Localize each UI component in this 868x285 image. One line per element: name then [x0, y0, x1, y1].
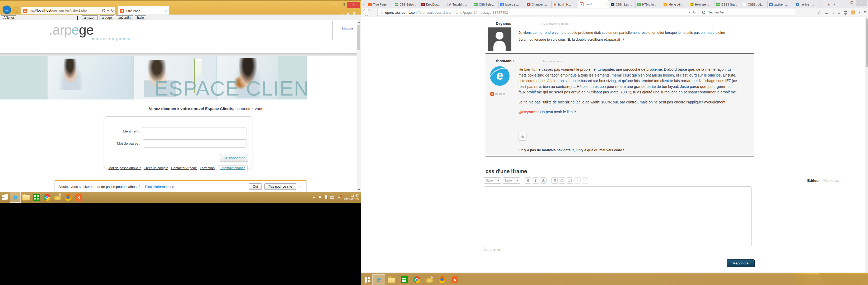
text-color-button[interactable]: A: [540, 177, 547, 184]
browser-tab[interactable]: :active - ...: [794, 1, 820, 8]
browser-tab[interactable]: html - H...: [552, 1, 578, 8]
login-footer-link[interactable]: Mot de passe oublié ?: [108, 166, 141, 170]
login-footer-link[interactable]: Formation: [200, 166, 215, 170]
restore-button[interactable]: ❐: [848, 0, 856, 6]
new-tab-button[interactable]: +: [825, 1, 832, 8]
link-button[interactable]: [559, 177, 565, 184]
browser-tab[interactable]: CSS3 : dé...: [741, 1, 768, 8]
close-tab-icon[interactable]: [164, 9, 167, 13]
login-footer-link[interactable]: Télémaintenance: [218, 165, 248, 171]
login-footer-link[interactable]: Contacter Arpège: [171, 166, 197, 170]
forward-button[interactable]: →: [371, 10, 375, 14]
tab-scroll-right-icon[interactable]: ›: [820, 1, 825, 8]
search-box[interactable]: [700, 9, 795, 16]
taskbar-chrome-button[interactable]: [42, 192, 52, 203]
upvote-thumb-button[interactable]: [519, 133, 526, 141]
back-button[interactable]: ←: [363, 9, 370, 16]
browser-tab[interactable]: css d'...: [578, 0, 609, 8]
italic-button[interactable]: I: [532, 177, 539, 184]
taskbar-xampp-button[interactable]: [448, 275, 461, 285]
browser-tab[interactable]: Changer l...: [525, 1, 552, 8]
refresh-icon[interactable]: ↻: [111, 8, 114, 13]
favorite-link-button[interactable]: auJardin: [116, 15, 133, 20]
menu-hamburger-icon[interactable]: ≡: [864, 9, 866, 16]
reply-textarea[interactable]: [484, 186, 751, 247]
reload-icon[interactable]: ↻: [693, 10, 696, 14]
se-connecter-button[interactable]: Se connecter: [220, 154, 248, 162]
tab-scroll-left-icon[interactable]: ‹: [361, 1, 367, 8]
taskbar-store-button[interactable]: [398, 275, 410, 285]
notification-close-icon[interactable]: [300, 184, 302, 189]
view-html-link[interactable]: Voir le HTML: [484, 249, 501, 252]
browser-tab[interactable]: CSS3 Gra...: [715, 1, 741, 8]
action-center-flag-icon[interactable]: [318, 195, 322, 200]
post-author[interactable]: rhooManu: [496, 59, 514, 63]
page-scrollbar[interactable]: [356, 20, 361, 192]
taskbar-chrome-button[interactable]: [410, 275, 423, 285]
browser-tab[interactable]: Tutoriel : ...: [446, 1, 472, 8]
hello-chat-icon[interactable]: [844, 11, 847, 14]
taskbar-xampp-button[interactable]: [73, 192, 84, 203]
close-button[interactable]: ×: [347, 2, 360, 8]
tab-close-icon[interactable]: [606, 2, 607, 6]
browser-tab[interactable]: jquery su...: [499, 1, 525, 8]
emoji-button[interactable]: [582, 177, 588, 184]
mode-markdown[interactable]: Markdown: [824, 178, 840, 183]
code-button[interactable]: [574, 177, 581, 184]
pas-pour-ce-site-button[interactable]: Pas pour ce site: [265, 183, 296, 190]
bold-button[interactable]: G: [525, 177, 531, 184]
mention-link[interactable]: @Deyanos:: [519, 110, 539, 114]
scrollbar-thumb[interactable]: [866, 19, 868, 67]
taskbar-explorer-button[interactable]: [385, 275, 398, 285]
scroll-down-icon[interactable]: [358, 189, 360, 190]
history-caret-icon[interactable]: [689, 12, 691, 13]
forward-button[interactable]: →: [13, 7, 19, 13]
clock[interactable]: 13:47 29/05/2015: [343, 194, 359, 201]
size-select[interactable]: Taille: [503, 177, 520, 184]
taskbar-store-button[interactable]: [31, 192, 42, 203]
scrollbar-thumb[interactable]: [358, 25, 360, 50]
account-avatar-icon[interactable]: [851, 10, 855, 14]
browser-tab[interactable]: CSS : Les ...: [609, 1, 636, 8]
more-info-link[interactable]: Plus d'informations: [145, 185, 174, 189]
url-bar[interactable]: openclassrooms.com /forum/sujet/css-d-un…: [377, 9, 698, 16]
repondre-button[interactable]: Répondre: [727, 259, 755, 267]
volume-muted-icon[interactable]: [337, 195, 340, 199]
minimize-button[interactable]: —: [840, 0, 848, 6]
browser-tab[interactable]: HTML lin...: [636, 1, 662, 8]
style-select[interactable]: Style: [484, 177, 501, 184]
post-author[interactable]: Deyanos: [496, 22, 511, 26]
taskbar-lamp-button[interactable]: [52, 192, 63, 203]
restore-button[interactable]: ❐: [339, 2, 347, 8]
network-icon[interactable]: [331, 196, 334, 199]
browser-tab[interactable]: DropDow...: [420, 1, 446, 8]
scroll-up-icon[interactable]: [358, 22, 360, 23]
bookmarks-menu-icon[interactable]: ▤: [825, 9, 829, 16]
browser-tab[interactable]: CSS Selec...: [472, 1, 499, 8]
start-button[interactable]: [0, 192, 10, 203]
account-caret-icon[interactable]: [859, 12, 861, 13]
home-icon[interactable]: ⌂: [838, 9, 840, 16]
bookmark-star-icon[interactable]: ☆: [817, 9, 821, 16]
login-footer-link[interactable]: Créer un compte: [144, 166, 168, 170]
list-button[interactable]: [551, 177, 558, 184]
tray-expand-icon[interactable]: [312, 197, 315, 198]
downloads-icon[interactable]: ↓: [832, 9, 834, 16]
taskbar-lamp-button[interactable]: [423, 275, 436, 285]
avatar-ie-logo[interactable]: [490, 66, 509, 86]
tab-list-caret-icon[interactable]: ▾: [832, 1, 837, 8]
browser-tab[interactable]: Titre Page: [367, 1, 393, 8]
oui-button[interactable]: Oui: [249, 183, 262, 190]
browser-tab[interactable]: Menu dér...: [662, 1, 688, 8]
image-button[interactable]: [567, 177, 573, 184]
autocomplete-caret-icon[interactable]: [107, 10, 109, 11]
gestion-link[interactable]: Gestion: [342, 26, 353, 30]
minimize-button[interactable]: —: [331, 2, 339, 8]
start-button[interactable]: [363, 275, 372, 285]
ie-tab[interactable]: Titre Page: [118, 6, 169, 15]
taskbar-ie-button[interactable]: [10, 192, 21, 203]
avatar[interactable]: [488, 28, 512, 51]
afficher-button[interactable]: Afficher: [1, 15, 17, 20]
password-field[interactable]: [143, 139, 246, 147]
browser-tab[interactable]: How are ...: [688, 1, 715, 8]
